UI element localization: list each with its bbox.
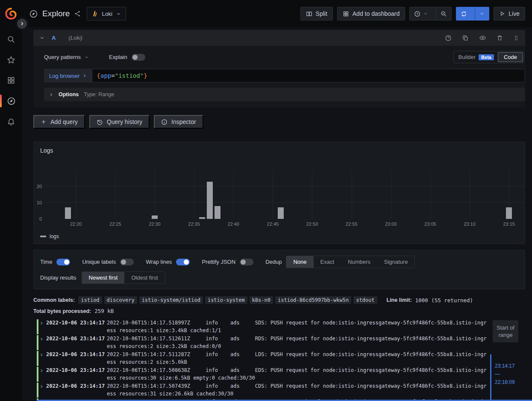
collapse-query-icon[interactable] bbox=[39, 35, 45, 41]
query-options-row[interactable]: Options Type: Range bbox=[44, 88, 525, 101]
grafana-explore-page: { "colors": { "accent_blue": "#3d71d9", … bbox=[0, 0, 532, 401]
common-label-chip: istiod bbox=[78, 296, 102, 304]
sidebar-item-alerting[interactable] bbox=[0, 113, 22, 130]
chevron-down-icon bbox=[84, 55, 89, 60]
query-header: A (Loki) bbox=[33, 30, 525, 46]
log-message: 2022-10-06T15:14:17.507439Z info ads CDS… bbox=[107, 383, 488, 398]
display-option-oldest-first[interactable]: Oldest first bbox=[124, 272, 165, 283]
plus-icon bbox=[41, 119, 47, 125]
toolbar-actions: Split Add to dashboard bbox=[300, 7, 525, 21]
expand-log-chevron-icon[interactable] bbox=[39, 367, 46, 373]
builder-mode-option[interactable]: Builder Beta bbox=[455, 53, 498, 61]
inspector-label: Inspector bbox=[171, 118, 196, 125]
log-row[interactable]: 2022-10-06 23:14:172022-10-06T15:14:17.5… bbox=[37, 383, 488, 398]
log-row[interactable]: 2022-10-06 23:14:172022-10-06T15:14:17.5… bbox=[37, 335, 488, 350]
explore-content: A (Loki) bbox=[33, 30, 525, 401]
dedup-option-numbers[interactable]: Numbers bbox=[341, 256, 377, 268]
x-tick-label: 22:30 bbox=[149, 221, 161, 227]
sidebar-item-explore[interactable] bbox=[0, 92, 22, 109]
log-browser-button[interactable]: Log browser bbox=[44, 69, 92, 83]
log-row[interactable]: 2022-10-06 23:14:172022-10-06T15:14:17.5… bbox=[37, 351, 488, 366]
prettify-json-toggle[interactable] bbox=[240, 259, 253, 265]
toggle-knob bbox=[184, 259, 189, 265]
refresh-button[interactable] bbox=[456, 7, 471, 20]
query-editor: A (Loki) bbox=[33, 30, 525, 107]
time-picker-button[interactable] bbox=[410, 7, 432, 20]
x-gridline bbox=[115, 170, 116, 219]
inspector-button[interactable]: Inspector bbox=[154, 115, 203, 129]
help-icon[interactable] bbox=[445, 35, 452, 41]
live-button[interactable]: Live bbox=[494, 7, 525, 21]
log-timestamp: 2022-10-06 23:14:17 bbox=[46, 367, 107, 374]
log-volume-bar bbox=[215, 206, 220, 219]
y-tick-label: 0 bbox=[39, 216, 42, 221]
refresh-interval-dropdown[interactable] bbox=[475, 7, 489, 20]
query-editor-body: Query patterns Explain Builder Beta Code bbox=[33, 46, 525, 107]
x-gridline bbox=[194, 170, 194, 219]
split-icon bbox=[306, 11, 312, 17]
common-label-chip: stdout bbox=[353, 296, 377, 304]
unique-labels-toggle[interactable] bbox=[120, 259, 134, 265]
datasource-picker[interactable]: Loki bbox=[87, 7, 126, 21]
line-limit-label: Line limit: bbox=[387, 297, 412, 303]
code-mode-option[interactable]: Code bbox=[498, 52, 523, 62]
star-icon bbox=[7, 56, 15, 64]
log-controls-row-2: Display results Newest firstOldest first bbox=[40, 271, 518, 284]
log-volume-bar bbox=[207, 182, 213, 219]
log-row[interactable]: 2022-10-06 23:14:172022-10-06T15:14:17.5… bbox=[37, 367, 488, 382]
range-to-time: 22:18:09 bbox=[495, 379, 519, 385]
bell-icon bbox=[7, 117, 15, 126]
query-token-operator: = bbox=[111, 72, 115, 79]
expand-log-chevron-icon[interactable] bbox=[39, 319, 46, 325]
legend-series-label[interactable]: logs bbox=[50, 233, 59, 239]
sidebar-item-search[interactable] bbox=[0, 31, 22, 48]
dedup-option-signature[interactable]: Signature bbox=[377, 256, 415, 268]
chevron-down-icon bbox=[423, 11, 428, 16]
sidebar-item-dashboards[interactable] bbox=[0, 72, 22, 89]
log-controls-row-1: TimeUnique labelsWrap linesPrettify JSON… bbox=[40, 256, 518, 268]
logs-chart-plot[interactable] bbox=[44, 170, 525, 219]
share-icon[interactable] bbox=[74, 10, 81, 17]
query-patterns-dropdown[interactable]: Query patterns bbox=[44, 54, 89, 60]
query-input[interactable]: {app="istiod"} bbox=[92, 69, 525, 83]
logs-panel-title: Logs bbox=[40, 147, 525, 154]
chevron-right-icon bbox=[82, 74, 87, 78]
chart-legend: logs bbox=[40, 233, 525, 239]
log-toggle-group: Wrap lines bbox=[146, 259, 190, 265]
sidebar-item-starred[interactable] bbox=[0, 51, 22, 68]
start-of-range-label: Start of range bbox=[493, 320, 518, 342]
x-tick-label: 22:45 bbox=[267, 221, 279, 227]
x-gridline bbox=[352, 170, 352, 219]
log-timestamp: 2022-10-06 23:14:17 bbox=[46, 319, 107, 327]
chevron-down-icon bbox=[116, 11, 121, 17]
drag-handle-icon[interactable] bbox=[513, 35, 519, 41]
wrap-lines-toggle[interactable] bbox=[176, 259, 190, 265]
zoom-out-button[interactable] bbox=[436, 7, 451, 20]
dedup-option-exact[interactable]: Exact bbox=[314, 256, 341, 268]
explore-compass-icon bbox=[29, 9, 38, 18]
query-history-button[interactable]: Query history bbox=[89, 115, 150, 129]
explain-toggle[interactable] bbox=[132, 54, 145, 61]
log-row[interactable]: 2022-10-06 23:14:172022-10-06T15:14:17.5… bbox=[37, 319, 488, 334]
y-tick-label: 10 bbox=[37, 200, 42, 205]
display-option-newest-first[interactable]: Newest first bbox=[82, 272, 125, 283]
grafana-logo[interactable] bbox=[4, 6, 18, 21]
hide-response-eye-icon[interactable] bbox=[479, 34, 486, 41]
compass-icon bbox=[7, 97, 16, 106]
page-title: Explore bbox=[42, 9, 70, 18]
time-toggle[interactable] bbox=[56, 259, 70, 265]
expand-log-chevron-icon[interactable] bbox=[39, 351, 46, 357]
split-button[interactable]: Split bbox=[300, 7, 333, 21]
log-toggle-group: Prettify JSON bbox=[202, 259, 253, 265]
add-to-dashboard-button[interactable]: Add to dashboard bbox=[337, 7, 406, 21]
expand-log-chevron-icon[interactable] bbox=[39, 335, 46, 341]
query-token-brace: } bbox=[144, 72, 147, 79]
y-gridline bbox=[44, 202, 525, 203]
dedup-option-none[interactable]: None bbox=[286, 256, 313, 268]
remove-query-trash-icon[interactable] bbox=[497, 35, 503, 41]
query-datasource-hint: (Loki) bbox=[68, 35, 82, 41]
expand-log-chevron-icon[interactable] bbox=[39, 383, 46, 389]
add-query-button[interactable]: Add query bbox=[33, 115, 85, 129]
copy-query-icon[interactable] bbox=[462, 35, 469, 41]
sidebar-expand-button[interactable] bbox=[17, 19, 27, 29]
